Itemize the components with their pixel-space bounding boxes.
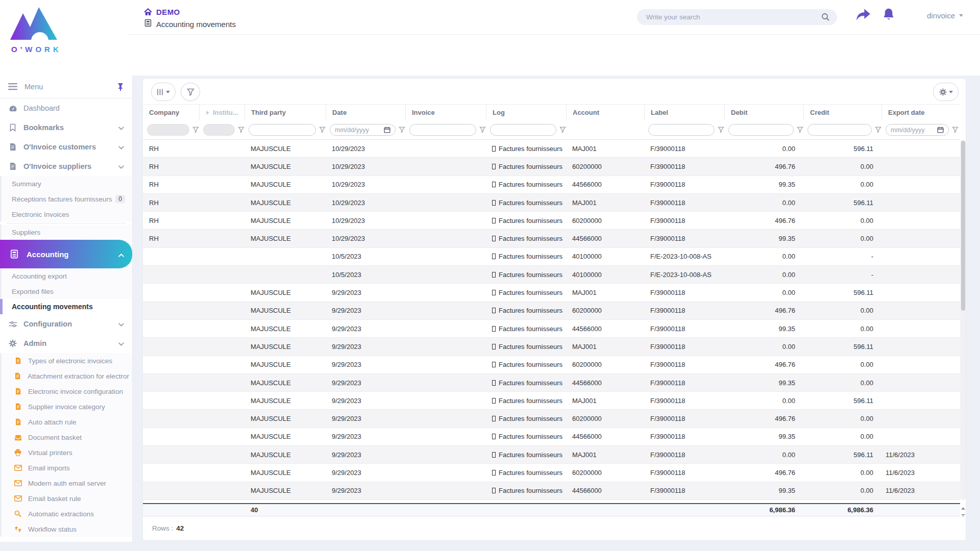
filter-text-input[interactable] [254,127,311,134]
sidebar-item-email-basket-rule[interactable]: Email basket rule [0,491,132,506]
sidebar-item-electronic-invoices[interactable]: Electronic Invoices [0,207,132,222]
table-row[interactable]: MAJUSCULE9/29/2023Factures fournisseurs4… [143,320,960,338]
sidebar-item-auto-attach-rule[interactable]: Auto attach rule [0,414,132,430]
filter-funnel-icon[interactable] [479,127,486,133]
table-row[interactable]: MAJUSCULE9/29/2023Factures fournisseursM… [143,338,960,356]
sidebar-item-virtual-printers[interactable]: Virtual printers [0,445,132,460]
sidebar-item-suppliers[interactable]: Suppliers [0,224,132,240]
notifications-button[interactable] [882,7,895,23]
table-row[interactable]: RHMAJUSCULE10/29/2023Factures fournisseu… [143,212,960,230]
filter-text-input[interactable] [414,127,471,134]
breadcrumb-root[interactable]: DEMO [156,8,180,16]
column-header-third_party[interactable]: Third party [244,105,326,120]
sidebar-item-attachment-extraction-for-electronic[interactable]: Attachment extraction for electronic [0,368,132,384]
user-menu[interactable]: dinvoice [927,11,963,20]
filter-text-input[interactable] [653,127,709,134]
table-row[interactable]: 10/5/2023Factures fournisseurs40100000F/… [143,266,960,284]
column-header-institution[interactable]: Institu... [199,105,244,120]
sidebar-item-modern-auth-email-server[interactable]: Modern auth email server [0,475,132,491]
sidebar-item-automatic-extractions[interactable]: Automatic extractions [0,506,132,521]
table-row[interactable]: RHMAJUSCULE10/29/2023Factures fournisseu… [143,194,960,212]
column-header-company[interactable]: Company [143,105,199,120]
scroll-up-button[interactable] [960,505,966,511]
table-row[interactable]: MAJUSCULE9/29/2023Factures fournisseursM… [143,284,960,302]
sidebar-item-bookmarks[interactable]: Bookmarks [0,118,132,137]
sidebar-item-configuration[interactable]: Configuration [0,314,132,334]
filter-date-date[interactable]: mm/dd/yyyy [330,124,396,136]
sidebar-item-o-invoice-suppliers[interactable]: O'Invoice suppliers [0,157,132,176]
table-row[interactable]: MAJUSCULE9/29/2023Factures fournisseursM… [143,446,960,464]
cell-company: RH [143,199,199,207]
table-row[interactable]: 10/5/2023Factures fournisseurs40100000F/… [143,248,960,266]
sidebar-item-workflow-status[interactable]: Workflow status [0,521,132,537]
table-row[interactable]: MAJUSCULE9/29/2023Factures fournisseurs4… [143,428,960,446]
search-input[interactable] [646,13,821,21]
column-header-date[interactable]: Date [326,105,405,120]
table-row[interactable]: MAJUSCULE9/29/2023Factures fournisseurs4… [143,482,960,500]
filter-button[interactable] [181,83,200,101]
filter-funnel-icon[interactable] [238,127,244,133]
table-row[interactable]: MAJUSCULE9/29/2023Factures fournisseurs6… [143,302,960,320]
filter-funnel-icon[interactable] [192,127,199,133]
column-header-log[interactable]: Log [486,105,566,120]
sidebar-item-accounting-movements[interactable]: Accounting movements [0,299,132,314]
table-row[interactable]: MAJUSCULE9/29/2023Factures fournisseurs6… [143,356,960,374]
column-header-export_date[interactable]: Export date [881,105,959,120]
table-row[interactable]: RHMAJUSCULE10/29/2023Factures fournisseu… [143,158,960,176]
table-row[interactable]: MAJUSCULE9/29/2023Factures fournisseurs6… [143,464,960,482]
filter-text-input[interactable] [495,127,551,134]
sidebar-item-electronic-invoice-configuration[interactable]: Electronic invoice configuration [0,384,132,399]
sidebar-item-admin[interactable]: Admin [0,334,132,353]
sidebar-item-email-imports[interactable]: Email imports [0,460,132,475]
filter-date-export_date[interactable]: mm/dd/yyyy [886,124,949,136]
filter-funnel-icon[interactable] [875,127,881,133]
calendar-icon[interactable] [937,127,944,133]
table-settings-button[interactable] [933,83,959,101]
sidebar-item-types-of-electronic-invoices[interactable]: Types of electronic invoices [0,353,132,368]
filter-input-third_party[interactable] [249,124,316,136]
sidebar-item-document-basket[interactable]: Document basket [0,430,132,445]
table-row[interactable]: MAJUSCULE9/29/2023Factures fournisseursM… [143,392,960,410]
table-row[interactable]: MAJUSCULE9/29/2023Factures fournisseurs4… [143,374,960,392]
hamburger-icon[interactable] [8,83,17,90]
share-button[interactable] [855,8,871,23]
table-row[interactable]: MAJUSCULE9/29/2023Factures fournisseurs6… [143,410,960,428]
filter-input-invoice[interactable] [409,124,476,136]
filter-input-debit[interactable] [728,124,794,136]
table-row[interactable]: RHMAJUSCULE10/29/2023Factures fournisseu… [143,230,960,247]
filter-input-log[interactable] [490,124,556,136]
filter-funnel-icon[interactable] [559,127,566,133]
sidebar-item-accounting-export[interactable]: Accounting export [0,268,132,284]
table-row[interactable]: RHMAJUSCULE10/29/2023Factures fournisseu… [143,176,960,194]
column-header-label[interactable]: Label [644,105,724,120]
filter-funnel-icon[interactable] [319,127,326,133]
calendar-icon[interactable] [384,127,390,133]
cell-label: F/39000118 [644,199,724,207]
search-icon[interactable] [821,13,830,21]
filter-funnel-icon[interactable] [399,127,405,133]
column-header-debit[interactable]: Debit [724,105,803,120]
column-chooser-button[interactable] [151,83,176,101]
filter-input-label[interactable] [648,124,715,136]
sidebar-item-r-ceptions-factures-fournisseurs[interactable]: Réceptions factures fournisseurs0 [0,191,132,207]
filter-funnel-icon[interactable] [952,127,959,133]
filter-funnel-icon[interactable] [797,127,803,133]
pin-icon[interactable] [117,83,124,91]
column-header-invoice[interactable]: Invoice [405,105,486,120]
filter-funnel-icon[interactable] [718,127,724,133]
sidebar-item-accounting[interactable]: Accounting [0,240,132,268]
sidebar-item-o-invoice-customers[interactable]: O'Invoice customers [0,137,132,157]
filter-input-credit[interactable] [807,124,872,136]
sidebar-item-supplier-invoice-category[interactable]: Supplier invoice category [0,399,132,414]
filter-text-input[interactable] [813,127,867,134]
brand-logo[interactable]: O'WORK [6,3,72,62]
sidebar-item-dashboard[interactable]: Dashboard [0,98,132,118]
sidebar-item-exported-files[interactable]: Exported files [0,284,132,299]
column-header-credit[interactable]: Credit [803,105,881,120]
vertical-scrollbar[interactable] [960,140,966,500]
filter-text-input[interactable] [733,127,789,134]
column-header-account[interactable]: Account [566,105,644,120]
table-row[interactable]: RHMAJUSCULE10/29/2023Factures fournisseu… [143,140,960,158]
sidebar-item-summary[interactable]: Summary [0,176,132,191]
scrollbar-thumb[interactable] [961,141,965,311]
